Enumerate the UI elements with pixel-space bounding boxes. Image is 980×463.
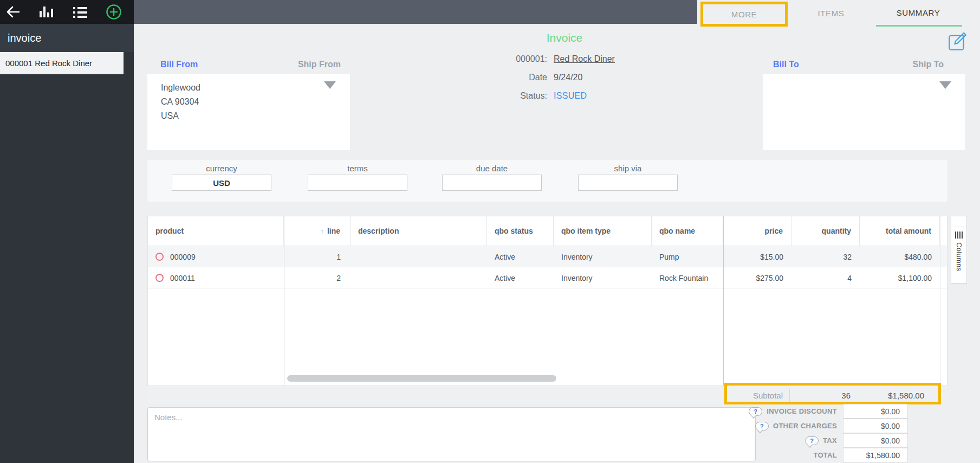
bill-to-dropdown-icon[interactable]	[939, 81, 951, 89]
bill-from-line-3: USA	[161, 109, 350, 123]
other-charges-value[interactable]: $0.00	[843, 419, 908, 433]
bill-from-dropdown-icon[interactable]	[324, 81, 336, 89]
cell-price: $275.00	[723, 267, 791, 288]
tax-value[interactable]: $0.00	[843, 433, 908, 448]
bar-chart-icon[interactable]	[38, 3, 55, 21]
to-address-tabs: Bill To Ship To	[763, 56, 965, 73]
tab-summary-underline	[876, 25, 962, 27]
cell-quantity: 4	[791, 267, 860, 288]
cell-description	[351, 246, 487, 267]
invoice-app: invoice 000001 Red Rock Diner MORE ITEMS…	[0, 0, 980, 463]
cell-line: 1	[284, 246, 351, 267]
invoice-title: Invoice	[524, 31, 605, 44]
horizontal-scrollbar[interactable]	[287, 375, 556, 382]
column-header-line-label: line	[327, 227, 340, 235]
total-row: TOTAL	[674, 448, 837, 462]
bill-to-box[interactable]	[763, 74, 965, 150]
tab-more[interactable]: MORE	[700, 2, 788, 27]
tab-summary[interactable]: SUMMARY	[876, 0, 960, 25]
cell-product: 000009	[148, 246, 284, 267]
columns-button[interactable]: Columns	[951, 216, 967, 284]
invoice-discount-row: ? INVOICE DISCOUNT	[674, 404, 837, 419]
column-header-qbo-status[interactable]: qbo status	[487, 216, 554, 246]
column-header-description[interactable]: description	[351, 216, 487, 246]
invoice-number-label: 000001:	[379, 54, 547, 64]
frozen-column-divider	[723, 216, 724, 385]
cell-total-amount: $1,100.00	[860, 267, 940, 288]
currency-field[interactable]: USD	[172, 175, 271, 191]
terms-field[interactable]	[308, 175, 407, 191]
edit-icon[interactable]	[946, 30, 968, 52]
sort-ascending-icon: ↑	[320, 227, 324, 235]
tab-items[interactable]: ITEMS	[799, 0, 864, 26]
help-icon[interactable]: ?	[805, 436, 819, 445]
cell-qbo-item-type: Inventory	[554, 267, 652, 288]
bill-from-box[interactable]: Inglewood CA 90304 USA	[147, 74, 350, 150]
invoice-discount-value[interactable]: $0.00	[843, 404, 908, 419]
invoice-date-row: Date 9/24/20	[379, 68, 634, 87]
subtotal-divider	[789, 389, 790, 402]
other-charges-label: OTHER CHARGES	[773, 422, 837, 430]
ship-via-label: ship via	[578, 164, 678, 173]
cell-line: 2	[284, 267, 351, 288]
list-icon[interactable]	[72, 3, 89, 21]
invoice-customer-link[interactable]: Red Rock Diner	[554, 54, 615, 64]
back-icon[interactable]	[4, 3, 22, 21]
invoice-details-panel: currency USD terms due date ship via	[147, 160, 947, 202]
invoice-date-value[interactable]: 9/24/20	[554, 73, 582, 82]
sidebar: invoice 000001 Red Rock Diner	[0, 0, 134, 463]
cell-description	[351, 267, 487, 288]
line-items-table: product ↑ line description qbo status qb…	[147, 216, 947, 386]
help-icon[interactable]: ?	[755, 422, 769, 430]
invoice-status-label: Status:	[379, 91, 547, 101]
row-marker-icon[interactable]	[155, 274, 164, 282]
sidebar-item-invoice-000001[interactable]: 000001 Red Rock Diner	[0, 52, 124, 74]
help-icon[interactable]: ?	[749, 407, 762, 416]
cell-qbo-name: Rock Fountain	[652, 267, 723, 288]
cell-product: 000011	[148, 267, 284, 288]
column-header-qbo-name[interactable]: qbo name	[652, 216, 723, 246]
sidebar-icon-bar	[0, 0, 134, 24]
column-header-price[interactable]: price	[723, 216, 791, 246]
column-header-quantity[interactable]: quantity	[791, 216, 860, 246]
column-header-product[interactable]: product	[148, 216, 284, 246]
invoice-discount-label: INVOICE DISCOUNT	[767, 407, 837, 415]
ship-from-tab[interactable]: Ship From	[298, 60, 341, 69]
terms-label: terms	[308, 164, 407, 173]
tab-more-label: MORE	[731, 10, 757, 19]
bill-from-tab[interactable]: Bill From	[160, 60, 198, 69]
cell-quantity: 32	[791, 246, 860, 267]
cell-product-value: 000009	[170, 253, 196, 261]
ship-to-tab[interactable]: Ship To	[913, 60, 944, 69]
column-header-qbo-item-type[interactable]: qbo item type	[554, 216, 652, 246]
invoice-header-fields: 000001: Red Rock Diner Date 9/24/20 Stat…	[379, 50, 634, 105]
cell-qbo-item-type: Inventory	[554, 246, 652, 267]
due-date-label: due date	[442, 164, 542, 173]
frozen-column-divider	[284, 216, 284, 385]
cell-total-amount: $480.00	[860, 246, 940, 267]
subtotal-label: Subtotal	[729, 386, 783, 404]
table-row[interactable]: 000011 2 Active Inventory Rock Fountain …	[148, 267, 947, 288]
scrollbar-lane-divider	[940, 216, 940, 385]
cell-price: $15.00	[723, 246, 791, 267]
other-charges-row: ? OTHER CHARGES	[674, 419, 837, 433]
tax-label: TAX	[823, 436, 837, 445]
due-date-field[interactable]	[442, 175, 542, 191]
cell-qbo-status: Active	[487, 267, 554, 288]
table-row[interactable]: 000009 1 Active Inventory Pump $15.00 32…	[148, 246, 947, 267]
columns-button-header	[951, 216, 966, 227]
column-header-spacer	[940, 216, 947, 246]
invoice-number-row: 000001: Red Rock Diner	[379, 50, 634, 68]
column-header-line[interactable]: ↑ line	[284, 216, 351, 246]
invoice-date-label: Date	[379, 73, 547, 82]
row-marker-icon[interactable]	[155, 253, 164, 261]
cell-qbo-status: Active	[487, 246, 554, 267]
column-header-total-amount[interactable]: total amount	[860, 216, 940, 246]
add-icon[interactable]	[105, 3, 122, 21]
bill-to-tab[interactable]: Bill To	[773, 60, 799, 69]
notes-input[interactable]	[147, 407, 756, 461]
invoice-status-value[interactable]: ISSUED	[554, 91, 587, 101]
currency-label: currency	[172, 164, 271, 173]
ship-via-field[interactable]	[578, 175, 678, 191]
total-value: $1,580.00	[843, 448, 908, 462]
